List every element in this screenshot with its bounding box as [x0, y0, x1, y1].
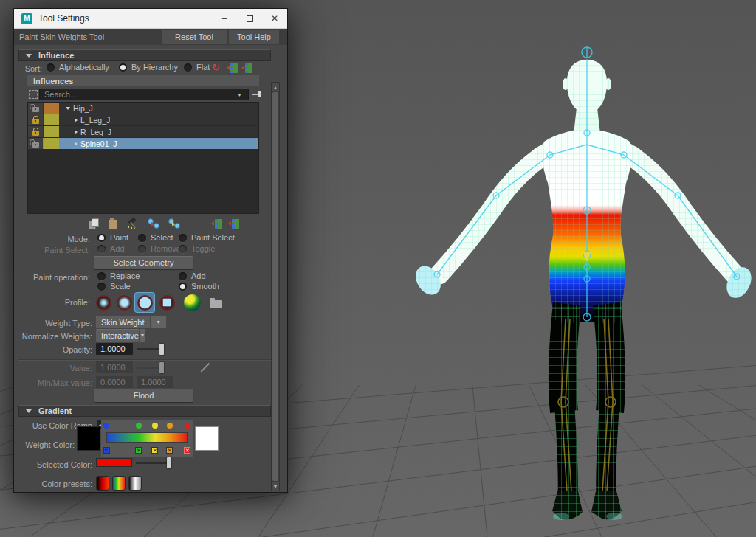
sort-by-hierarchy-radio[interactable]: By Hierarchy: [119, 63, 178, 72]
selected-color-slider[interactable]: [136, 462, 170, 464]
maximize-button[interactable]: [237, 9, 262, 28]
titlebar[interactable]: Tool Settings – ✕: [14, 9, 287, 29]
dropdown-arrow-icon: ▼: [150, 316, 166, 328]
toggle-display-list-icon[interactable]: [228, 219, 239, 229]
influence-name: Spine01_J: [80, 139, 117, 148]
profile-label: Profile:: [14, 298, 90, 307]
expanded-arrow-icon[interactable]: [66, 107, 70, 110]
slider-handle[interactable]: [159, 344, 164, 355]
paint-operation-label: Paint operation:: [14, 273, 90, 282]
ramp-stop-handle[interactable]: [136, 423, 142, 429]
tool-settings-panel: Influence Sort: Alphabetically By Hierar…: [14, 45, 287, 492]
collapse-arrow-icon: [26, 409, 32, 413]
lock-cell[interactable]: [28, 103, 43, 114]
tool-help-button[interactable]: Tool Help: [229, 30, 279, 44]
scroll-down-icon[interactable]: ▼: [272, 482, 279, 491]
collapsed-arrow-icon[interactable]: [75, 118, 78, 122]
copy-weights-list-icon[interactable]: [227, 63, 238, 73]
lock-cell[interactable]: [28, 126, 43, 137]
mode-paint-select-radio[interactable]: Paint Select: [179, 233, 235, 242]
panel-scrollbar[interactable]: ▲ ▼: [271, 82, 280, 491]
tree-row-lleg[interactable]: L_Leg_J: [28, 114, 258, 125]
weight-type-label: Weight Type:: [14, 319, 92, 328]
collapsed-arrow-icon[interactable]: [75, 130, 78, 134]
gradient-section-title: Gradient: [38, 406, 72, 415]
ramp-stop-delete[interactable]: ✕: [184, 447, 190, 454]
sort-alphabetically-radio[interactable]: Alphabetically: [47, 63, 109, 72]
ramp-stop-handle[interactable]: [103, 423, 109, 429]
preset-grayscale[interactable]: [128, 476, 142, 491]
show-influence-icon[interactable]: [168, 218, 180, 229]
influence-color-swatch[interactable]: [44, 114, 59, 125]
preset-rainbow[interactable]: [112, 476, 126, 491]
tree-row-rleg[interactable]: R_Leg_J: [28, 126, 258, 137]
browse-brush-button[interactable]: [206, 294, 225, 313]
mode-paint-radio[interactable]: Paint: [97, 233, 128, 242]
color-ramp-widget[interactable]: ✕✕✕✕✕: [101, 420, 193, 457]
ramp-stop-delete[interactable]: ✕: [166, 447, 173, 454]
paint-op-smooth-radio[interactable]: Smooth: [179, 282, 219, 291]
gradient-section-header[interactable]: Gradient: [18, 405, 271, 417]
influences-subheader: Influences: [27, 75, 259, 86]
slider-handle[interactable]: [167, 457, 171, 468]
hammer-weights-icon[interactable]: [127, 218, 139, 229]
opacity-input[interactable]: 1.0000: [96, 343, 133, 355]
tree-row-spine01-selected[interactable]: Spine01_J: [28, 138, 258, 149]
preset-black-red[interactable]: [96, 476, 109, 491]
influence-section-header[interactable]: Influence: [18, 49, 271, 61]
opacity-label: Opacity:: [14, 345, 92, 354]
max-value-input-disabled: 1.0000: [137, 376, 173, 388]
scrollbar-thumb[interactable]: [272, 92, 278, 481]
paint-select-toggle-radio: Toggle: [179, 244, 215, 253]
opacity-slider[interactable]: [137, 348, 164, 350]
selected-color-swatch[interactable]: [96, 458, 132, 467]
influence-color-swatch[interactable]: [44, 138, 59, 149]
ramp-stop-delete[interactable]: ✕: [103, 447, 110, 454]
ramp-end-color-swatch[interactable]: [195, 426, 219, 451]
brush-image-button[interactable]: [182, 293, 202, 312]
move-influence-icon[interactable]: [148, 218, 159, 229]
weight-type-dropdown[interactable]: Skin Weight ▼: [96, 316, 166, 328]
scroll-up-icon[interactable]: ▲: [272, 83, 279, 91]
color-ramp-bar[interactable]: [106, 432, 188, 443]
reset-tool-button[interactable]: Reset Tool: [162, 30, 227, 44]
lock-cell[interactable]: [28, 138, 43, 149]
brush-solid-button-selected[interactable]: [135, 293, 154, 312]
paint-op-scale-radio[interactable]: Scale: [97, 282, 131, 291]
toggle-hold-list-icon[interactable]: [211, 219, 222, 229]
search-input[interactable]: [39, 89, 249, 100]
close-button[interactable]: ✕: [262, 9, 287, 28]
normalize-weights-dropdown[interactable]: Interactive ▼: [96, 329, 145, 342]
mode-select-radio[interactable]: Select: [138, 233, 173, 242]
ramp-stop-handle[interactable]: [185, 423, 190, 429]
paste-weights-list-icon[interactable]: [241, 63, 252, 73]
select-geometry-button[interactable]: Select Geometry: [94, 256, 193, 269]
brush-gaussian-button[interactable]: [94, 293, 113, 312]
brush-square-button[interactable]: [157, 293, 176, 312]
ramp-stop-delete[interactable]: ✕: [151, 447, 158, 454]
copy-weights-icon[interactable]: [88, 218, 100, 229]
select-influence-icon[interactable]: [29, 90, 38, 99]
search-dropdown-icon[interactable]: ▼: [237, 92, 242, 97]
ramp-start-color-swatch[interactable]: [77, 426, 100, 451]
pin-influence-icon[interactable]: [252, 91, 262, 98]
collapsed-arrow-icon[interactable]: [75, 142, 78, 146]
lock-cell[interactable]: [28, 114, 43, 125]
mode-label: Mode:: [14, 235, 90, 243]
flood-button[interactable]: Flood: [94, 389, 193, 402]
paint-op-add-radio[interactable]: Add: [179, 271, 206, 280]
ramp-stop-handle[interactable]: [152, 423, 158, 429]
paint-op-replace-radio[interactable]: Replace: [97, 271, 140, 280]
sort-flat-radio[interactable]: Flat: [184, 63, 210, 72]
brush-soft-button[interactable]: [114, 293, 134, 312]
influence-color-swatch[interactable]: [44, 126, 59, 137]
tree-row-hip[interactable]: Hip_J: [28, 103, 258, 114]
refresh-influences-icon[interactable]: ↻: [212, 63, 220, 72]
ramp-stop-handle[interactable]: [167, 423, 173, 429]
influence-color-swatch[interactable]: [44, 103, 59, 114]
ramp-stop-delete[interactable]: ✕: [135, 447, 142, 454]
curve-pencil-icon: [201, 363, 210, 372]
paste-weights-icon[interactable]: [107, 218, 119, 229]
minimize-button[interactable]: –: [212, 9, 237, 28]
minmax-value-label: Min/Max value:: [14, 378, 92, 387]
